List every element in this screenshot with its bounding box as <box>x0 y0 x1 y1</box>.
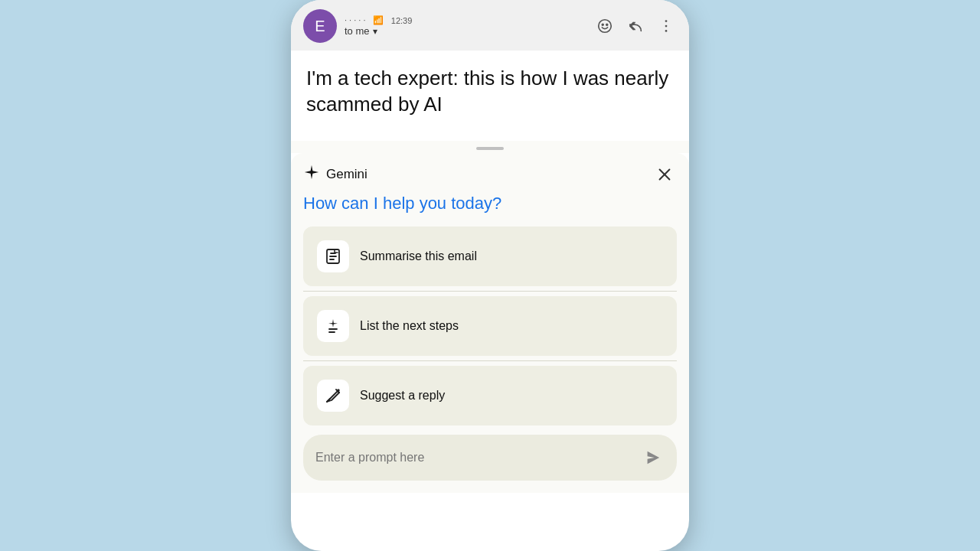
email-time: 12:39 <box>391 16 413 25</box>
next-steps-icon <box>317 310 349 342</box>
summarise-action-card[interactable]: Summarise this email <box>303 227 677 286</box>
email-meta: · · · · · 📶 12:39 to me ▾ <box>345 15 594 37</box>
summarise-icon <box>317 240 349 272</box>
svg-point-2 <box>606 24 608 25</box>
phone-frame: E · · · · · 📶 12:39 to me ▾ <box>291 0 689 551</box>
svg-point-3 <box>665 20 668 22</box>
drag-handle <box>476 147 504 150</box>
emoji-icon[interactable] <box>594 15 616 37</box>
svg-point-0 <box>599 20 612 33</box>
more-options-icon[interactable] <box>655 15 677 37</box>
close-button[interactable] <box>652 162 677 187</box>
svg-point-4 <box>665 25 668 28</box>
email-actions <box>594 15 677 37</box>
action-cards: Summarise this email List the next steps <box>303 227 677 425</box>
svg-marker-10 <box>648 452 660 465</box>
card-divider-1 <box>303 291 677 292</box>
email-body: I'm a tech expert: this is how I was nea… <box>291 51 689 141</box>
card-divider-2 <box>303 360 677 361</box>
gemini-question: How can I help you today? <box>303 193 677 215</box>
summarise-label: Summarise this email <box>360 249 477 263</box>
suggest-reply-label: Suggest a reply <box>360 389 445 403</box>
suggest-reply-action-card[interactable]: Suggest a reply <box>303 366 677 425</box>
gemini-star-icon <box>303 164 320 184</box>
gemini-sheet: Gemini How can I help you today? <box>291 153 689 494</box>
avatar: E <box>303 9 337 43</box>
svg-point-9 <box>338 390 339 391</box>
send-button[interactable] <box>640 445 665 470</box>
next-steps-action-card[interactable]: List the next steps <box>303 296 677 356</box>
prompt-input[interactable] <box>315 451 640 465</box>
gemini-title: Gemini <box>326 167 368 182</box>
svg-point-5 <box>665 30 668 32</box>
email-header: E · · · · · 📶 12:39 to me ▾ <box>291 0 689 51</box>
next-steps-label: List the next steps <box>360 319 459 333</box>
reply-all-icon[interactable] <box>625 15 646 37</box>
email-subject: I'm a tech expert: this is how I was nea… <box>306 66 674 118</box>
suggest-reply-icon <box>317 380 349 412</box>
drag-handle-area[interactable] <box>291 141 689 153</box>
sender-row: · · · · · 📶 12:39 <box>345 15 594 25</box>
gemini-header: Gemini <box>303 153 677 193</box>
gemini-title-row: Gemini <box>303 164 368 184</box>
svg-point-1 <box>602 24 603 25</box>
prompt-area[interactable] <box>303 435 677 481</box>
email-to[interactable]: to me ▾ <box>345 25 594 37</box>
email-area: E · · · · · 📶 12:39 to me ▾ <box>291 0 689 141</box>
